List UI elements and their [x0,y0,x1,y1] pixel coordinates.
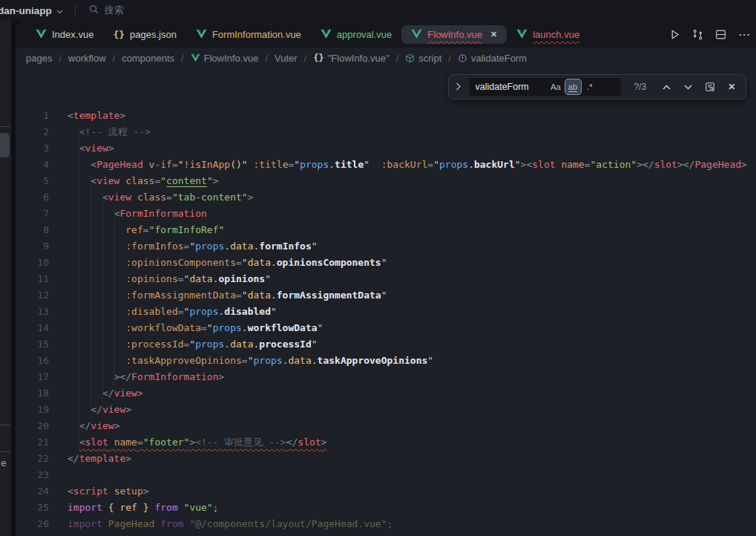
code-line-text: <script setup> [68,483,149,500]
code-line[interactable]: 26import PageHead from "@/components/lay… [16,516,756,532]
tab-close-button close-icon[interactable]: ✕ [490,30,497,39]
indent-guide [79,124,80,451]
find-previous-button[interactable] [659,79,674,95]
breadcrumb-label: components [122,53,174,64]
code-line[interactable]: 20 </view> [16,418,756,434]
code-line[interactable]: 8 ref="formInfoRef" [16,222,756,238]
code-line[interactable]: 22</template> [16,451,756,467]
code-line[interactable]: 16 :taskApproveOpinions="props.data.task… [16,353,756,369]
regex-button[interactable]: .* [582,79,598,94]
code-line[interactable]: 6 <view class="tab-content"> [16,189,756,206]
code-line[interactable]: 10 :opinionsComponents="data.opinionsCom… [16,255,756,271]
line-number[interactable]: 3 [16,140,49,157]
code-line[interactable]: 11 :opinions="data.opinions" [16,271,756,287]
breadcrumb-item-components[interactable]: components [122,53,174,64]
code-line[interactable]: 24<script setup> [16,483,756,500]
line-number[interactable]: 19 [16,402,49,418]
line-number[interactable]: 20 [16,418,49,434]
code-line[interactable]: 3 <view> [16,140,756,157]
line-number[interactable]: 16 [16,353,49,369]
code-line[interactable]: 15 :processId="props.data.processId" [16,336,756,353]
sliver-divider [0,451,10,452]
code-line-text: :formAssignmentData="data.formAssignment… [68,287,387,304]
whole-word-button[interactable]: ab [565,79,581,94]
line-number[interactable]: 5 [16,173,49,189]
code-line[interactable]: 12 :formAssignmentData="data.formAssignm… [16,287,756,304]
find-expand-toggle[interactable] [453,82,464,93]
code-line-text: :formInfos="props.data.formInfos" [68,238,318,255]
code-line[interactable]: 2 <!-- 流程 --> [16,124,756,140]
line-number[interactable]: 23 [16,467,49,483]
code-line[interactable]: 5 <view class="content"> [16,173,756,189]
open-changes-button[interactable] [692,29,703,40]
code-line[interactable]: 19 </view> [16,402,756,418]
line-number[interactable]: 25 [16,500,49,516]
tab-label: pages.json [130,29,177,40]
tab-pages-json[interactable]: {}pages.json [103,25,186,44]
line-number[interactable]: 4 [16,157,49,173]
find-in-selection-button[interactable] [703,79,718,95]
code-line[interactable]: 7 <FormInformation [16,206,756,222]
line-number[interactable]: 13 [16,304,49,320]
tab-forminformation-vue[interactable]: FormInformation.vue [186,25,311,44]
code-line[interactable]: 14 :workflowData="props.workflowData" [16,320,756,336]
line-number[interactable]: 14 [16,320,49,336]
tab-approval-vue[interactable]: approval.vue [311,25,401,44]
breadcrumb-item-flowinfovue[interactable]: {}"FlowInfo.vue" [313,53,389,64]
breadcrumb-label: Vuter [275,53,298,64]
line-number[interactable]: 15 [16,336,49,353]
code-line[interactable]: 23 [16,467,756,483]
tab-label: FormInformation.vue [212,29,301,40]
line-number[interactable]: 11 [16,271,49,287]
line-number[interactable]: 9 [16,238,49,255]
collapsed-panel-handle[interactable] [0,133,10,157]
find-widget: Aa ab .* ?/3 ✕ [448,74,746,99]
breadcrumb-item-pages[interactable]: pages [26,53,52,64]
find-input-wrap: Aa ab .* [470,78,622,96]
method-icon [458,53,467,63]
more-actions-button[interactable]: ⋯ [738,27,752,42]
breadcrumb-item-flowinfovue[interactable]: FlowInfo.vue [191,53,259,64]
code-line[interactable]: 21 <slot name="footer"><!-- 审批意见 --></sl… [16,434,756,451]
line-number[interactable]: 10 [16,255,49,271]
find-input[interactable] [476,82,547,92]
line-number[interactable]: 12 [16,287,49,304]
line-number[interactable]: 7 [16,206,49,222]
code-line[interactable]: 4 <PageHead v-if="!isInApp()" :title="pr… [16,157,756,173]
code-line[interactable]: 13 :disabled="props.disabled" [16,304,756,320]
find-next-button[interactable] [680,79,696,95]
breadcrumb-item-vuter[interactable]: Vuter [275,53,298,64]
line-number[interactable]: 24 [16,483,49,500]
code-line[interactable]: 18 </view> [16,385,756,402]
breadcrumb-label: validateForm [471,53,527,64]
code-line-text: <view class="tab-content"> [68,189,253,206]
line-number[interactable]: 1 [16,108,49,124]
line-number[interactable]: 18 [16,385,49,402]
breadcrumb-item-workflow[interactable]: workflow [68,53,106,64]
line-number[interactable]: 6 [16,189,49,206]
project-switcher[interactable]: dan-uniapp [0,5,63,16]
tab-index-vue[interactable]: Index.vue [26,25,103,44]
code-line[interactable]: 25import { ref } from "vue"; [16,500,756,516]
code-line[interactable]: 17 ></FormInformation> [16,369,756,385]
match-case-button[interactable]: Aa [548,79,564,94]
code-editor[interactable]: 1<template>2 <!-- 流程 -->3 <view>4 <PageH… [16,68,756,536]
global-search[interactable]: 搜索 [89,4,124,17]
line-number[interactable]: 26 [16,516,49,532]
tab-launch-vue[interactable]: launch.vue [507,25,589,44]
breadcrumb-item-validateform[interactable]: validateForm [458,53,527,64]
run-button[interactable] [669,29,680,40]
breadcrumb-separator: / [181,53,184,64]
line-number[interactable]: 21 [16,434,49,451]
find-close-button close-icon[interactable]: ✕ [724,79,740,95]
line-number[interactable]: 2 [16,124,49,140]
code-line[interactable]: 1<template> [16,108,756,124]
split-editor-button[interactable] [715,29,726,40]
line-number[interactable]: 8 [16,222,49,238]
code-line[interactable]: 9 :formInfos="props.data.formInfos" [16,238,756,255]
breadcrumb-item-script[interactable]: script [405,53,441,64]
tab-flowinfo-vue[interactable]: FlowInfo.vue✕ [401,25,507,44]
line-number[interactable]: 17 [16,369,49,385]
line-number[interactable]: 22 [16,451,49,467]
code-line-text: <view> [68,140,114,157]
